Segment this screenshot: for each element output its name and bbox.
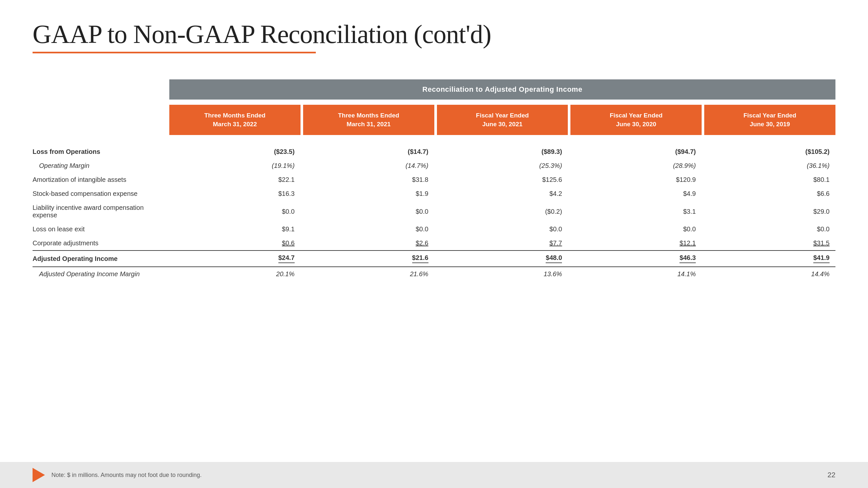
row-label-2: Amortization of intangible assets — [33, 176, 169, 184]
table-row-4: Liability incentive award compensation e… — [33, 201, 835, 222]
cell-4-3: $3.1 — [570, 208, 702, 215]
cell-3-4: $6.6 — [704, 190, 835, 197]
row-label-4: Liability incentive award compensation e… — [33, 204, 169, 219]
page: GAAP to Non-GAAP Reconciliation (cont'd)… — [0, 0, 868, 488]
col-header-line2-1: March 31, 2021 — [347, 121, 391, 128]
title-area: GAAP to Non-GAAP Reconciliation (cont'd) — [33, 20, 835, 53]
footer-arrow-icon — [33, 468, 45, 482]
col-header-0: Three Months EndedMarch 31, 2022 — [169, 105, 301, 135]
cell-6-1: $2.6 — [303, 239, 434, 247]
cell-2-2: $125.6 — [437, 176, 568, 184]
col-headers: Three Months EndedMarch 31, 2022Three Mo… — [169, 105, 835, 135]
cell-8-2: 13.6% — [437, 270, 568, 278]
row-label-7: Adjusted Operating Income — [33, 255, 169, 263]
row-label-8: Adjusted Operating Income Margin — [33, 270, 169, 278]
table-row-6: Corporate adjustments$0.6$2.6$7.7$12.1$3… — [33, 236, 835, 251]
cell-7-0: $24.7 — [169, 254, 301, 263]
recon-header-label: Reconciliation to Adjusted Operating Inc… — [169, 79, 835, 100]
row-cells-6: $0.6$2.6$7.7$12.1$31.5 — [169, 239, 835, 247]
cell-1-3: (28.9%) — [570, 162, 702, 169]
col-header-line1-4: Fiscal Year Ended — [743, 112, 796, 119]
col-header-3: Fiscal Year EndedJune 30, 2020 — [570, 105, 702, 135]
cell-5-4: $0.0 — [704, 225, 835, 233]
table-row-2: Amortization of intangible assets$22.1$3… — [33, 173, 835, 187]
col-header-line2-2: June 30, 2021 — [482, 121, 523, 128]
table-row-3: Stock-based compensation expense$16.3$1.… — [33, 187, 835, 201]
cell-3-2: $4.2 — [437, 190, 568, 197]
cell-0-1: ($14.7) — [303, 148, 434, 156]
row-cells-7: $24.7$21.6$48.0$46.3$41.9 — [169, 254, 835, 263]
cell-0-4: ($105.2) — [704, 148, 835, 156]
page-number: 22 — [828, 471, 835, 479]
col-header-1: Three Months EndedMarch 31, 2021 — [303, 105, 434, 135]
cell-3-1: $1.9 — [303, 190, 434, 197]
cell-5-2: $0.0 — [437, 225, 568, 233]
cell-0-0: ($23.5) — [169, 148, 301, 156]
cell-1-0: (19.1%) — [169, 162, 301, 169]
row-cells-3: $16.3$1.9$4.2$4.9$6.6 — [169, 190, 835, 197]
row-label-0: Loss from Operations — [33, 148, 169, 156]
row-cells-2: $22.1$31.8$125.6$120.9$80.1 — [169, 176, 835, 184]
col-header-line2-3: June 30, 2020 — [616, 121, 656, 128]
cell-7-1: $21.6 — [303, 254, 434, 263]
row-label-5: Loss on lease exit — [33, 225, 169, 233]
cell-5-3: $0.0 — [570, 225, 702, 233]
cell-8-3: 14.1% — [570, 270, 702, 278]
cell-2-4: $80.1 — [704, 176, 835, 184]
cell-4-2: ($0.2) — [437, 208, 568, 215]
col-header-2: Fiscal Year EndedJune 30, 2021 — [437, 105, 568, 135]
recon-header: Reconciliation to Adjusted Operating Inc… — [169, 79, 835, 100]
cell-4-1: $0.0 — [303, 208, 434, 215]
cell-0-3: ($94.7) — [570, 148, 702, 156]
cell-3-3: $4.9 — [570, 190, 702, 197]
cell-8-4: 14.4% — [704, 270, 835, 278]
cell-3-0: $16.3 — [169, 190, 301, 197]
row-cells-4: $0.0$0.0($0.2)$3.1$29.0 — [169, 208, 835, 215]
cell-7-3: $46.3 — [570, 254, 702, 263]
data-table: Loss from Operations($23.5)($14.7)($89.3… — [33, 145, 835, 281]
col-header-line1-0: Three Months Ended — [204, 112, 265, 119]
cell-6-0: $0.6 — [169, 239, 301, 247]
table-row-8: Adjusted Operating Income Margin20.1%21.… — [33, 267, 835, 281]
col-header-line2-4: June 30, 2019 — [750, 121, 790, 128]
col-header-4: Fiscal Year EndedJune 30, 2019 — [704, 105, 835, 135]
footer: Note: $ in millions. Amounts may not foo… — [0, 462, 868, 488]
cell-7-4: $41.9 — [704, 254, 835, 263]
col-header-line1-3: Fiscal Year Ended — [610, 112, 662, 119]
cell-8-0: 20.1% — [169, 270, 301, 278]
cell-4-4: $29.0 — [704, 208, 835, 215]
row-cells-0: ($23.5)($14.7)($89.3)($94.7)($105.2) — [169, 148, 835, 156]
cell-2-1: $31.8 — [303, 176, 434, 184]
cell-1-2: (25.3%) — [437, 162, 568, 169]
col-header-line1-2: Fiscal Year Ended — [476, 112, 529, 119]
row-label-3: Stock-based compensation expense — [33, 190, 169, 197]
cell-6-2: $7.7 — [437, 239, 568, 247]
row-label-6: Corporate adjustments — [33, 239, 169, 247]
page-title: GAAP to Non-GAAP Reconciliation (cont'd) — [33, 20, 835, 49]
cell-4-0: $0.0 — [169, 208, 301, 215]
col-header-line1-1: Three Months Ended — [338, 112, 399, 119]
table-row-7: Adjusted Operating Income$24.7$21.6$48.0… — [33, 251, 835, 267]
cell-1-1: (14.7%) — [303, 162, 434, 169]
cell-5-1: $0.0 — [303, 225, 434, 233]
cell-2-3: $120.9 — [570, 176, 702, 184]
cell-6-3: $12.1 — [570, 239, 702, 247]
footer-note: Note: $ in millions. Amounts may not foo… — [52, 472, 202, 479]
row-cells-1: (19.1%)(14.7%)(25.3%)(28.9%)(36.1%) — [169, 162, 835, 169]
cell-7-2: $48.0 — [437, 254, 568, 263]
table-row-0: Loss from Operations($23.5)($14.7)($89.3… — [33, 145, 835, 159]
col-header-line2-0: March 31, 2022 — [213, 121, 257, 128]
title-underline — [33, 52, 316, 53]
row-label-1: Operating Margin — [33, 162, 169, 169]
cell-2-0: $22.1 — [169, 176, 301, 184]
table-container: Reconciliation to Adjusted Operating Inc… — [33, 79, 835, 281]
table-row-5: Loss on lease exit$9.1$0.0$0.0$0.0$0.0 — [33, 222, 835, 236]
cell-8-1: 21.6% — [303, 270, 434, 278]
cell-0-2: ($89.3) — [437, 148, 568, 156]
cell-1-4: (36.1%) — [704, 162, 835, 169]
row-cells-8: 20.1%21.6%13.6%14.1%14.4% — [169, 270, 835, 278]
table-row-1: Operating Margin(19.1%)(14.7%)(25.3%)(28… — [33, 159, 835, 173]
cell-5-0: $9.1 — [169, 225, 301, 233]
row-cells-5: $9.1$0.0$0.0$0.0$0.0 — [169, 225, 835, 233]
cell-6-4: $31.5 — [704, 239, 835, 247]
